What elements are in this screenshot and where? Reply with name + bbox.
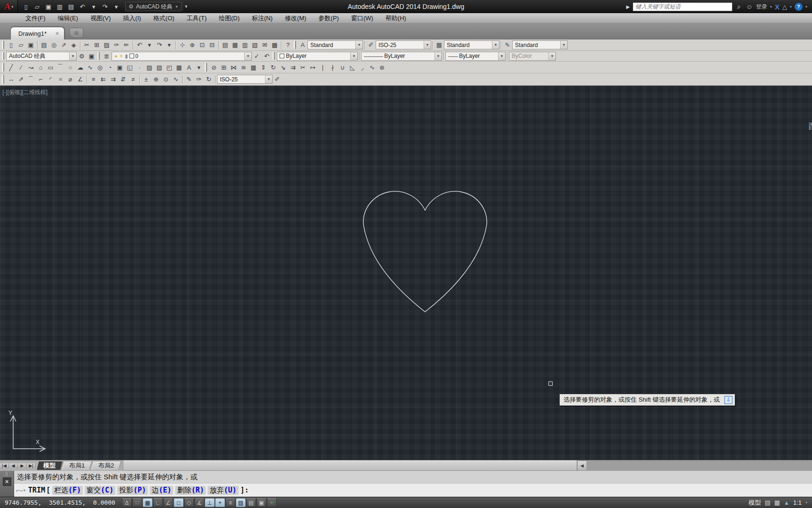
cut-icon[interactable]: ✂ <box>82 40 92 50</box>
menu-dimension[interactable]: 标注(N) <box>246 13 278 24</box>
polar-tracking-toggle[interactable]: ∠ <box>163 498 173 507</box>
close-icon[interactable]: ✕ <box>55 31 59 37</box>
annotation-scale-icon[interactable]: ▲ <box>784 500 789 506</box>
quickcalc-icon[interactable]: ▩ <box>270 40 280 50</box>
3d-dwf-icon[interactable]: ◈ <box>69 40 79 50</box>
toolbar-grip[interactable] <box>273 52 275 60</box>
table-icon[interactable]: ▦ <box>174 63 184 72</box>
first-tab-button[interactable]: |◀ <box>0 463 9 468</box>
extend-icon[interactable]: ↦ <box>308 63 318 72</box>
toolbar-grip[interactable] <box>2 41 4 49</box>
menu-format[interactable]: 格式(O) <box>148 13 180 24</box>
rotate-icon[interactable]: ↻ <box>268 63 278 72</box>
circle-icon[interactable]: ○ <box>65 63 75 72</box>
option-crossing[interactable]: 窗交(C) <box>85 486 115 495</box>
tab-layout1[interactable]: 布局1 <box>62 461 92 470</box>
inspection-icon[interactable]: ⊙ <box>161 75 171 84</box>
rectangle-icon[interactable]: ▭ <box>46 63 56 72</box>
join-icon[interactable]: ∪ <box>338 63 347 72</box>
hscroll-thumb[interactable] <box>123 460 577 471</box>
zoom-window-icon[interactable]: ⊡ <box>197 40 207 50</box>
toolbar-grip[interactable] <box>205 63 207 71</box>
plot-icon[interactable]: ▤ <box>39 40 49 50</box>
menu-file[interactable]: 文件(F) <box>20 13 51 24</box>
qat-customize-button[interactable]: ▼ <box>183 2 189 11</box>
application-menu-button[interactable]: A ▾ <box>0 0 18 13</box>
offset-icon[interactable]: ≋ <box>239 63 249 72</box>
dimension-style-manager-icon[interactable]: ✐ <box>273 75 282 84</box>
tab-model[interactable]: 模型 <box>36 461 63 470</box>
jogged-icon[interactable]: ≈ <box>56 75 65 84</box>
option-undo[interactable]: 放弃(U) <box>208 486 238 495</box>
help-dropdown-icon[interactable]: ▾ <box>805 5 807 9</box>
coordinate-readout[interactable]: 9746.7955, 3501.4515, 0.0000 <box>0 499 122 506</box>
file-tab-drawing1[interactable]: Drawing1* ✕ <box>10 27 64 40</box>
diameter-icon[interactable]: ⌀ <box>65 75 75 84</box>
qat-redo-dropdown-icon[interactable]: ▾ <box>111 2 121 11</box>
blend-curves-icon[interactable]: ∿ <box>367 63 377 72</box>
break-at-point-icon[interactable]: ∣ <box>318 63 328 72</box>
menu-view[interactable]: 视图(V) <box>85 13 116 24</box>
infocenter-collapse-icon[interactable]: ▶ <box>626 4 630 9</box>
block-editor-icon[interactable]: ✏ <box>121 40 131 50</box>
polyline-icon[interactable]: ↝ <box>26 63 36 72</box>
dynamic-ucs-toggle[interactable]: ⊥ <box>205 498 215 507</box>
aligned-dimension-icon[interactable]: ⇗ <box>16 75 26 84</box>
dimension-break-icon[interactable]: ≠ <box>128 75 138 84</box>
a360-dropdown-icon[interactable]: ▾ <box>790 5 792 9</box>
copy-icon[interactable]: ⊞ <box>92 40 102 50</box>
qat-open-icon[interactable]: ▱ <box>32 2 42 11</box>
quick-view-drawings-icon[interactable]: ▦ <box>774 499 780 506</box>
infer-constraints-toggle[interactable]: ∆ <box>122 498 132 507</box>
polygon-icon[interactable]: ⌂ <box>36 63 46 72</box>
tab-layout2[interactable]: 布局2 <box>91 461 121 470</box>
table-style-combo[interactable]: Standard▼ <box>444 40 499 49</box>
hatch-icon[interactable]: ▨ <box>145 63 154 72</box>
workspace-settings-icon[interactable]: ⚙ <box>77 51 87 61</box>
region-icon[interactable]: ◰ <box>164 63 174 72</box>
search-input[interactable] <box>633 2 732 11</box>
help-button[interactable]: ? <box>795 3 803 11</box>
dimension-text-edit-icon[interactable]: ✑ <box>194 75 204 84</box>
option-edge[interactable]: 边(E) <box>150 486 173 495</box>
menu-draw[interactable]: 绘图(D) <box>213 13 245 24</box>
toolbar-grip[interactable] <box>97 52 100 60</box>
dynamic-input-toggle[interactable]: + <box>215 498 225 507</box>
toolbar-grip[interactable] <box>294 41 296 49</box>
exchange-apps-icon[interactable]: X <box>775 3 780 11</box>
mirror-icon[interactable]: ⋈ <box>229 63 239 72</box>
menu-window[interactable]: 窗口(W) <box>346 13 379 24</box>
qat-redo-icon[interactable]: ↷ <box>100 2 110 11</box>
drawing-canvas[interactable]: [-][俯视][二维线框] 西 选择要修剪的对象，或按住 Shift 键选择要延… <box>0 86 812 460</box>
dimension-style-combo[interactable]: ISO-25▼ <box>376 40 431 49</box>
dimension-space-icon[interactable]: ⇵ <box>118 75 128 84</box>
redo-dropdown-icon[interactable]: ▾ <box>164 40 174 50</box>
gradient-icon[interactable]: ▧ <box>154 63 164 72</box>
move-icon[interactable]: ⇕ <box>258 63 268 72</box>
zoom-previous-icon[interactable]: ⊟ <box>207 40 217 50</box>
designcenter-icon[interactable]: ▦ <box>230 40 240 50</box>
radius-icon[interactable]: ◜ <box>46 75 56 84</box>
fillet-icon[interactable]: ◞ <box>357 63 367 72</box>
tool-palettes-icon[interactable]: ▥ <box>240 40 250 50</box>
redo-icon[interactable]: ↷ <box>154 40 164 50</box>
chamfer-icon[interactable]: ◺ <box>347 63 357 72</box>
layer-properties-icon[interactable]: ≣ <box>102 51 112 61</box>
trim-icon[interactable]: ✂ <box>298 63 308 72</box>
linear-dimension-icon[interactable]: ↔ <box>6 75 16 84</box>
save-icon[interactable]: ▣ <box>26 40 36 50</box>
sheet-set-manager-icon[interactable]: ▧ <box>250 40 260 50</box>
dim-style-combo[interactable]: ISO-25▼ <box>217 75 273 84</box>
arc-length-icon[interactable]: ⌒ <box>26 75 36 84</box>
quick-dimension-icon[interactable]: ≡ <box>88 75 98 84</box>
line-icon[interactable]: ╱ <box>6 63 16 72</box>
qat-plot-icon[interactable]: ▤ <box>66 2 76 11</box>
last-tab-button[interactable]: ▶| <box>27 463 36 468</box>
workspace-switcher[interactable]: ⚙ AutoCAD 经典 ▼ <box>125 2 182 11</box>
qat-undo-icon[interactable]: ↶ <box>77 2 88 11</box>
qat-save-as-icon[interactable]: ▥ <box>55 2 65 11</box>
tolerance-icon[interactable]: ± <box>141 75 151 84</box>
next-tab-button[interactable]: ▶ <box>18 463 27 468</box>
open-icon[interactable]: ▱ <box>16 40 26 50</box>
plot-preview-icon[interactable]: ◎ <box>49 40 59 50</box>
